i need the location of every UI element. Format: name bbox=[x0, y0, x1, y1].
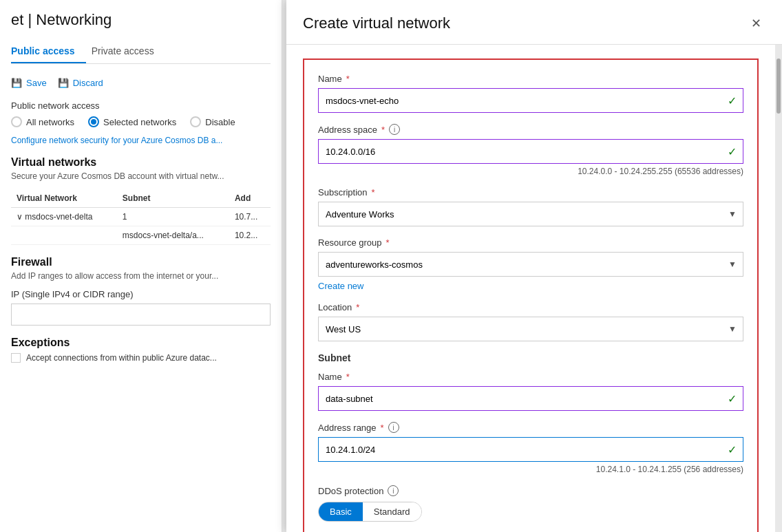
flyout-body: Name * ✓ Address space * i bbox=[286, 45, 775, 532]
subnet-name-label: Name * bbox=[318, 372, 743, 382]
col-subnet: Subnet bbox=[117, 189, 229, 208]
ddos-standard-option[interactable]: Standard bbox=[363, 502, 421, 521]
resource-group-required: * bbox=[386, 237, 390, 248]
virtual-networks-title: Virtual networks bbox=[11, 156, 271, 169]
address-range-check-icon: ✓ bbox=[728, 443, 737, 456]
col-virtual-network: Virtual Network bbox=[11, 189, 117, 208]
form-group-subscription: Subscription * Adventure Works Pay-As-Yo… bbox=[318, 187, 743, 226]
name-input[interactable] bbox=[318, 88, 743, 113]
create-virtual-network-flyout: Create virtual network ✕ Name * ✓ bbox=[286, 0, 782, 532]
create-new-link[interactable]: Create new bbox=[318, 281, 363, 291]
subnet-section-title: Subnet bbox=[318, 352, 743, 363]
address-space-info-icon[interactable]: i bbox=[389, 124, 400, 135]
radio-circle-selected bbox=[88, 116, 99, 127]
vnet-subnet-1: 1 bbox=[117, 208, 229, 226]
form-section: Name * ✓ Address space * i bbox=[303, 58, 759, 532]
ddos-toggle-pill: Basic Standard bbox=[318, 502, 422, 522]
exceptions-title: Exceptions bbox=[11, 337, 271, 349]
flyout-title: Create virtual network bbox=[303, 14, 450, 32]
form-group-subnet-name: Name * ✓ bbox=[318, 372, 743, 411]
table-row: ∨ msdocs-vnet-delta 1 10.7... bbox=[11, 208, 271, 226]
address-space-input-wrapper: ✓ bbox=[318, 139, 743, 164]
location-select[interactable]: West US East US bbox=[318, 317, 743, 341]
page-title: et | Networking bbox=[11, 11, 271, 29]
ip-field-label: IP (Single IPv4 or CIDR range) bbox=[11, 289, 271, 299]
subnet-name-input-wrapper: ✓ bbox=[318, 386, 743, 411]
exception-item-1[interactable]: Accept connections from within public Az… bbox=[11, 353, 271, 363]
save-icon: 💾 bbox=[11, 78, 22, 88]
close-button[interactable]: ✕ bbox=[746, 14, 765, 33]
subscription-select-wrapper: Adventure Works Pay-As-You-Go ▼ bbox=[318, 202, 743, 226]
subnet-name-check-icon: ✓ bbox=[728, 392, 737, 405]
ip-input[interactable] bbox=[11, 304, 271, 326]
subscription-select[interactable]: Adventure Works Pay-As-You-Go bbox=[318, 202, 743, 226]
form-group-address-space: Address space * i ✓ 10.24.0.0 - 10.24.25… bbox=[318, 124, 743, 176]
subnet-name-input[interactable] bbox=[318, 386, 743, 411]
vnet-address-1: 10.7... bbox=[229, 208, 271, 226]
radio-circle-all bbox=[11, 116, 22, 127]
exception-checkbox-1[interactable] bbox=[11, 353, 21, 363]
ddos-basic-option[interactable]: Basic bbox=[319, 502, 363, 521]
address-space-label: Address space * i bbox=[318, 124, 743, 135]
firewall-section: Firewall Add IP ranges to allow access f… bbox=[11, 256, 271, 326]
resource-group-label: Resource group * bbox=[318, 237, 743, 248]
resource-group-select[interactable]: adventureworks-cosmos rg-default bbox=[318, 252, 743, 277]
virtual-networks-desc: Secure your Azure Cosmos DB account with… bbox=[11, 171, 271, 181]
radio-circle-disable bbox=[190, 116, 201, 127]
radio-selected-networks[interactable]: Selected networks bbox=[88, 116, 176, 127]
network-access-radio-group: All networks Selected networks Disable bbox=[11, 116, 271, 127]
flyout-scroll-thumb bbox=[776, 58, 781, 114]
address-range-label: Address range * i bbox=[318, 422, 743, 433]
tab-private-access[interactable]: Private access bbox=[92, 40, 165, 63]
public-network-access-label: Public network access bbox=[11, 100, 271, 111]
cosmos-db-info-link[interactable]: Configure network security for your Azur… bbox=[11, 136, 271, 145]
vnet-address-2: 10.2... bbox=[229, 226, 271, 245]
radio-disable[interactable]: Disable bbox=[190, 116, 235, 127]
subscription-required: * bbox=[372, 187, 375, 198]
address-space-hint: 10.24.0.0 - 10.24.255.255 (65536 address… bbox=[318, 167, 743, 176]
firewall-title: Firewall bbox=[11, 256, 271, 268]
address-range-required: * bbox=[381, 423, 384, 433]
location-required: * bbox=[356, 302, 359, 312]
address-range-input[interactable] bbox=[318, 437, 743, 462]
address-range-input-wrapper: ✓ bbox=[318, 437, 743, 462]
name-input-wrapper: ✓ bbox=[318, 88, 743, 113]
location-label: Location * bbox=[318, 302, 743, 312]
name-required: * bbox=[346, 74, 350, 84]
address-space-input[interactable] bbox=[318, 139, 743, 164]
subscription-label: Subscription * bbox=[318, 187, 743, 198]
name-label: Name * bbox=[318, 74, 743, 84]
form-group-address-range: Address range * i ✓ 10.24.1.0 - 10.24.1.… bbox=[318, 422, 743, 474]
form-group-resource-group: Resource group * adventureworks-cosmos r… bbox=[318, 237, 743, 291]
address-range-info-icon[interactable]: i bbox=[388, 422, 399, 433]
exceptions-section: Exceptions Accept connections from withi… bbox=[11, 337, 271, 363]
save-button[interactable]: 💾 Save bbox=[11, 75, 47, 91]
exception-label-1: Accept connections from within public Az… bbox=[26, 353, 217, 363]
address-range-hint: 10.24.1.0 - 10.24.1.255 (256 addresses) bbox=[318, 465, 743, 474]
resource-group-select-wrapper: adventureworks-cosmos rg-default ▼ bbox=[318, 252, 743, 277]
table-row: msdocs-vnet-delta/a... 10.2... bbox=[11, 226, 271, 245]
name-check-icon: ✓ bbox=[728, 94, 737, 107]
radio-all-networks[interactable]: All networks bbox=[11, 116, 74, 127]
location-select-wrapper: West US East US ▼ bbox=[318, 317, 743, 341]
discard-button[interactable]: 💾 Discard bbox=[58, 75, 103, 91]
col-address: Add bbox=[229, 189, 271, 208]
tab-bar: Public access Private access bbox=[11, 40, 271, 64]
subnet-name-required: * bbox=[346, 372, 350, 382]
ddos-info-icon[interactable]: i bbox=[388, 485, 399, 496]
vnet-name-2 bbox=[11, 226, 117, 245]
tab-public-access[interactable]: Public access bbox=[11, 40, 86, 63]
address-space-check-icon: ✓ bbox=[728, 145, 737, 158]
flyout-header: Create virtual network ✕ bbox=[286, 0, 782, 45]
vnet-name-1: ∨ msdocs-vnet-delta bbox=[11, 208, 117, 226]
discard-icon: 💾 bbox=[58, 78, 69, 88]
toolbar: 💾 Save 💾 Discard bbox=[11, 75, 271, 91]
ddos-toggle-group: Basic Standard bbox=[318, 502, 743, 522]
virtual-networks-table: Virtual Network Subnet Add ∨ msdocs-vnet… bbox=[11, 189, 271, 245]
form-group-name: Name * ✓ bbox=[318, 74, 743, 113]
vnet-subnet-2: msdocs-vnet-delta/a... bbox=[117, 226, 229, 245]
flyout-scrollbar[interactable] bbox=[775, 45, 782, 532]
address-space-required: * bbox=[381, 125, 385, 135]
left-panel: et | Networking Public access Private ac… bbox=[0, 0, 282, 532]
firewall-desc: Add IP ranges to allow access from the i… bbox=[11, 271, 271, 281]
